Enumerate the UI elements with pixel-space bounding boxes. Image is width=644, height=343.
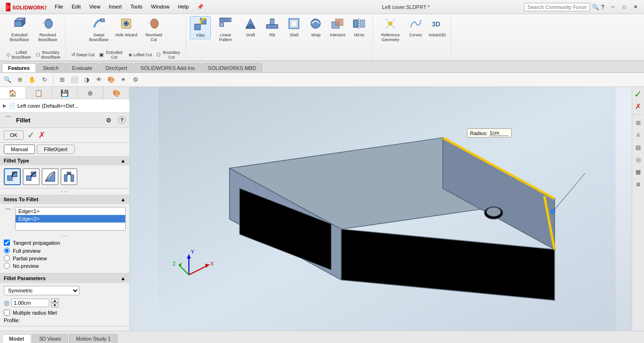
hide-show-icon[interactable]: 👁 bbox=[93, 74, 104, 86]
menu-edit[interactable]: Edit bbox=[68, 3, 85, 11]
instant3d-button[interactable]: 3D Instant3D bbox=[427, 16, 447, 38]
minimize-button[interactable]: ─ bbox=[608, 3, 618, 11]
curves-button[interactable]: Curves bbox=[405, 16, 426, 38]
fillet-button[interactable]: Fillet bbox=[190, 16, 211, 39]
swept-boss-button[interactable]: Swept Boss/Base bbox=[85, 16, 112, 43]
no-preview-radio[interactable] bbox=[4, 263, 10, 269]
tab-evaluate[interactable]: Evaluate bbox=[66, 63, 99, 72]
rotate-icon[interactable]: ↻ bbox=[39, 74, 50, 86]
rs-icon-4[interactable]: ◎ bbox=[633, 154, 644, 165]
lp-tab-add[interactable]: ⊕ bbox=[77, 87, 103, 99]
menu-insert[interactable]: Insert bbox=[105, 3, 126, 11]
maximize-button[interactable]: □ bbox=[619, 3, 629, 11]
fillet-help-icon[interactable]: ? bbox=[118, 116, 126, 124]
zoom-to-fit-icon[interactable]: 🔍 bbox=[2, 74, 13, 86]
model-area: Y X Z Radius: 1cm bbox=[130, 87, 644, 331]
cancel-view-button[interactable]: ✗ bbox=[633, 101, 644, 111]
boundary-cut-button[interactable]: ⬡ Boundary Cut bbox=[155, 49, 183, 60]
rib-button[interactable]: Rib bbox=[262, 16, 283, 38]
btab-motion[interactable]: Motion Study 1 bbox=[69, 334, 118, 343]
radius-decrement[interactable]: ▼ bbox=[51, 303, 59, 308]
lp-tab-tree[interactable]: 📋 bbox=[26, 87, 52, 99]
full-preview-radio[interactable] bbox=[4, 248, 10, 254]
fillet-type-variable[interactable] bbox=[23, 168, 40, 185]
lofted-boss-button[interactable]: ◇ Lofted Boss/Base bbox=[5, 49, 33, 60]
close-button[interactable]: ✕ bbox=[631, 3, 640, 11]
menu-view[interactable]: View bbox=[86, 3, 104, 11]
fillet-settings-icon[interactable]: ⚙ bbox=[106, 117, 112, 124]
extruded-boss-button[interactable]: Extruded Boss/Base bbox=[6, 16, 33, 43]
fillet-parameters-header[interactable]: Fillet Parameters ▲ bbox=[0, 274, 129, 283]
appearance-icon[interactable]: 🎨 bbox=[105, 74, 117, 86]
intersect-button[interactable]: Intersect bbox=[327, 16, 348, 38]
items-to-fillet-content: ⌒ Edge<1> Edge<2> • • • Tangent propagat… bbox=[0, 204, 129, 273]
view-orient-icon[interactable]: ⊞ bbox=[56, 74, 68, 86]
reference-geometry-button[interactable]: Reference Geometry bbox=[377, 16, 404, 43]
zoom-in-icon[interactable]: ⊕ bbox=[14, 74, 26, 86]
pan-icon[interactable]: ✋ bbox=[26, 74, 38, 86]
tab-sketch[interactable]: Sketch bbox=[37, 63, 65, 72]
accept-button[interactable]: ✓ bbox=[27, 130, 34, 140]
rs-icon-2[interactable]: ≡ bbox=[633, 130, 644, 140]
search-icon[interactable]: 🔍 bbox=[592, 4, 599, 10]
rs-icon-5[interactable]: ▦ bbox=[633, 167, 644, 177]
menu-file[interactable]: File bbox=[51, 3, 67, 11]
scenes-icon[interactable]: ☀ bbox=[118, 74, 129, 86]
hole-wizard-button[interactable]: Hole Wizard bbox=[113, 16, 139, 38]
cancel-button[interactable]: ✗ bbox=[38, 130, 45, 140]
symmetric-dropdown[interactable]: Symmetric Asymmetric bbox=[4, 286, 79, 295]
wrap-button[interactable]: Wrap bbox=[305, 16, 326, 38]
multiple-radius-checkbox[interactable] bbox=[4, 309, 10, 316]
btab-3dviews[interactable]: 3D Views bbox=[32, 334, 68, 343]
radius-callout-input[interactable]: 1cm bbox=[489, 130, 508, 136]
fillet-type-face[interactable] bbox=[42, 168, 59, 185]
tangent-propagation-checkbox[interactable] bbox=[4, 240, 10, 246]
btab-model[interactable]: Model bbox=[2, 334, 31, 343]
tab-mbd[interactable]: SOLIDWORKS MBD bbox=[202, 63, 262, 72]
rs-icon-6[interactable]: ≣ bbox=[633, 179, 644, 189]
section-view-icon[interactable]: ⬜ bbox=[69, 74, 80, 86]
extruded-cut-button[interactable]: ▣ Extruded Cut bbox=[97, 49, 126, 60]
rs-icon-1[interactable]: ⊞ bbox=[633, 118, 644, 128]
edge-item-1[interactable]: Edge<1> bbox=[16, 207, 125, 215]
lofted-cut-button[interactable]: ◈ Lofted Cut bbox=[127, 49, 154, 60]
linear-pattern-button[interactable]: Linear Pattern bbox=[212, 16, 239, 43]
manual-tab[interactable]: Manual bbox=[4, 145, 35, 154]
accept-view-button[interactable]: ✓ bbox=[633, 89, 644, 99]
fillet-title-bar: ⌒ Fillet ⚙ ? bbox=[0, 112, 129, 128]
fillet-type-full-round[interactable] bbox=[60, 168, 77, 185]
bottom-tab-bar: Model 3D Views Motion Study 1 bbox=[0, 331, 644, 343]
help-icon[interactable]: ? bbox=[601, 4, 604, 10]
fillet-type-header[interactable]: Fillet Type ▲ bbox=[0, 156, 129, 165]
revolved-boss-button[interactable]: Revolved Boss/Base bbox=[34, 16, 61, 43]
filletxpert-tab[interactable]: FilletXpert bbox=[37, 145, 75, 154]
tree-expand-arrow[interactable]: ▶ bbox=[3, 103, 7, 108]
revolved-cut-button[interactable]: Revolved Cut bbox=[140, 16, 167, 43]
tab-dimxpert[interactable]: DimXpert bbox=[99, 63, 133, 72]
rs-icon-3[interactable]: ▤ bbox=[633, 142, 644, 153]
boundary-boss-button[interactable]: ⬡ Boundary Boss/Base bbox=[34, 49, 62, 60]
mirror-button[interactable]: Mirror bbox=[349, 16, 369, 38]
edge-item-2[interactable]: Edge<2> bbox=[16, 215, 125, 223]
items-to-fillet-header[interactable]: Items To Fillet ▲ bbox=[0, 195, 129, 204]
shell-button[interactable]: Shell bbox=[283, 16, 304, 38]
lp-tab-home[interactable]: 🏠 bbox=[0, 87, 26, 99]
ok-button[interactable]: OK bbox=[4, 130, 24, 140]
tab-features[interactable]: Features bbox=[2, 63, 36, 72]
menu-help[interactable]: Help bbox=[174, 3, 193, 11]
view-settings-icon[interactable]: ⚙ bbox=[130, 74, 141, 86]
search-input[interactable] bbox=[524, 3, 590, 11]
swept-cut-button[interactable]: ↺ Swept Cut bbox=[69, 49, 96, 60]
radius-input[interactable]: 1.00cm bbox=[11, 299, 49, 307]
menu-window[interactable]: Window bbox=[147, 3, 173, 11]
lp-tab-properties[interactable]: 💾 bbox=[52, 87, 78, 99]
partial-preview-radio[interactable] bbox=[4, 255, 10, 261]
radius-increment[interactable]: ▲ bbox=[51, 298, 59, 303]
draft-button[interactable]: Draft bbox=[240, 16, 261, 38]
menu-tools[interactable]: Tools bbox=[127, 3, 146, 11]
lp-tab-display[interactable]: 🎨 bbox=[103, 87, 129, 99]
fillet-type-constant[interactable] bbox=[4, 168, 21, 185]
pin-button[interactable]: 📌 bbox=[193, 3, 207, 11]
tab-addins[interactable]: SOLIDWORKS Add-Ins bbox=[134, 63, 201, 72]
display-style-icon[interactable]: ◑ bbox=[81, 74, 92, 86]
